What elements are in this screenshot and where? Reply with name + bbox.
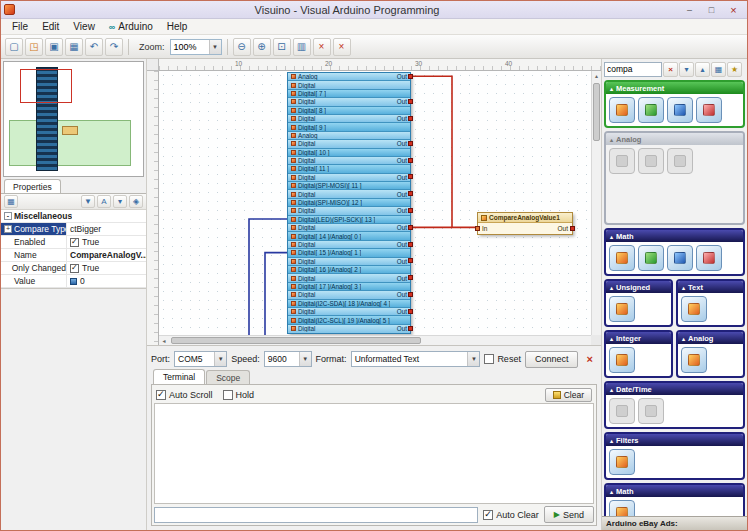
property-settings-icon[interactable]: ◈	[129, 195, 143, 208]
hold-checkbox-box[interactable]	[223, 390, 233, 400]
out-pin-connector[interactable]	[408, 275, 413, 280]
property-row-value[interactable]: Value0	[1, 275, 146, 288]
pin-channel-header[interactable]: Digital[ 11 ]	[288, 165, 410, 173]
minimize-button[interactable]: –	[679, 3, 700, 17]
save-project-icon[interactable]: ▣	[45, 38, 63, 56]
out-pin-connector[interactable]	[408, 116, 413, 121]
category-header[interactable]: ▴Analog	[606, 133, 743, 145]
property-value[interactable]: ctBigger	[67, 223, 146, 235]
category-panel-math[interactable]: ▴Math	[604, 228, 745, 276]
category-panel-analog[interactable]: ▴Analog	[604, 131, 745, 225]
pin-row[interactable]: Digital	[288, 81, 410, 89]
category-panel-date-time[interactable]: ▴Date/Time	[604, 381, 745, 429]
print-icon[interactable]: ▥	[293, 38, 311, 56]
view-mode-icon[interactable]: ▦	[711, 62, 726, 77]
out-pin-connector[interactable]	[408, 258, 413, 263]
compare-component-icon[interactable]	[681, 296, 707, 322]
category-header[interactable]: ▴Math	[606, 485, 743, 497]
out-pin-connector[interactable]	[408, 174, 413, 179]
canvas-vertical-scrollbar[interactable]: ▲	[591, 71, 601, 335]
component-search-input[interactable]	[604, 62, 662, 77]
zoom-out-icon[interactable]: ⊖	[233, 38, 251, 56]
menu-item-edit[interactable]: Edit	[35, 20, 66, 33]
category-header[interactable]: ▴Integer	[606, 332, 671, 344]
sort-alpha-icon[interactable]: A	[97, 195, 111, 208]
out-pin-connector[interactable]	[408, 208, 413, 213]
categorized-view-icon[interactable]: ▦	[4, 195, 18, 208]
category-panel-math[interactable]: ▴Math	[604, 483, 745, 516]
pin-row[interactable]: DigitalOut	[288, 258, 410, 266]
expand-icon[interactable]: +	[4, 225, 12, 233]
menu-item-help[interactable]: Help	[160, 20, 195, 33]
out-pin-connector[interactable]	[408, 158, 413, 163]
property-value[interactable]: CompareAnalogV...	[67, 249, 146, 261]
compare-component-icon[interactable]	[681, 347, 707, 373]
menu-item-view[interactable]: View	[66, 20, 102, 33]
out-pin-connector[interactable]	[408, 191, 413, 196]
property-row-only-changed[interactable]: Only ChangedTrue	[1, 262, 146, 275]
port-select[interactable]: COM5 ▼	[174, 351, 227, 367]
new-project-icon[interactable]: ▢	[5, 38, 23, 56]
pin-row[interactable]: DigitalOut	[288, 140, 410, 148]
open-project-icon[interactable]: ◳	[25, 38, 43, 56]
auto-clear-checkbox-box[interactable]	[483, 510, 493, 520]
clear-search-icon[interactable]: ×	[663, 62, 678, 77]
compare-component-icon[interactable]	[609, 296, 635, 322]
collapse-categories-icon[interactable]: ▴	[695, 62, 710, 77]
close-panel-icon[interactable]: ×	[582, 351, 597, 367]
chevron-down-icon[interactable]: ▼	[209, 40, 221, 54]
scroll-up-icon[interactable]: ▲	[592, 71, 601, 81]
auto-scroll-checkbox-box[interactable]	[156, 390, 166, 400]
compare-component-icon[interactable]	[638, 97, 664, 123]
pin-channel-header[interactable]: Digital(LED)(SPI-SCK)[ 13 ]	[288, 216, 410, 224]
category-header[interactable]: ▴Text	[678, 281, 743, 293]
pin-row[interactable]: AnalogOut	[288, 73, 410, 81]
format-select[interactable]: Unformatted Text ▼	[351, 351, 481, 367]
pin-channel-header[interactable]: Digital(I2C-SDA)[ 18 ]/Analog[ 4 ]	[288, 300, 410, 308]
chevron-down-icon[interactable]: ▼	[467, 352, 479, 366]
out-pin-connector[interactable]	[570, 226, 575, 231]
category-panel-text[interactable]: ▴Text	[676, 279, 745, 327]
pin-channel-header[interactable]: Digital[ 14 ]/Analog[ 0 ]	[288, 232, 410, 240]
overview-map[interactable]	[3, 61, 144, 177]
expand-all-icon[interactable]: ▾	[113, 195, 127, 208]
vertical-scroll-thumb[interactable]	[593, 83, 600, 141]
compare-block-header[interactable]: CompareAnalogValue1	[478, 213, 572, 223]
compare-component-icon[interactable]	[609, 347, 635, 373]
chevron-down-icon[interactable]: ▼	[214, 352, 226, 366]
category-header[interactable]: ▴Math	[606, 230, 743, 242]
tab-terminal[interactable]: Terminal	[153, 369, 205, 384]
blue-wire[interactable]	[249, 219, 287, 335]
pin-channel-header[interactable]: Digital(SPI-MISO)[ 12 ]	[288, 199, 410, 207]
close-sketch-icon[interactable]: ×	[333, 38, 351, 56]
tab-scope[interactable]: Scope	[206, 370, 250, 384]
expand-categories-icon[interactable]: ▾	[679, 62, 694, 77]
out-pin-connector[interactable]	[408, 141, 413, 146]
category-header[interactable]: ▴Measurement	[606, 82, 743, 94]
hold-checkbox[interactable]: Hold	[223, 390, 255, 400]
category-panel-analog[interactable]: ▴Analog	[676, 330, 745, 378]
compare-component-icon[interactable]	[696, 245, 722, 271]
close-button[interactable]: ×	[723, 3, 744, 17]
category-header[interactable]: ▴Unsigned	[606, 281, 671, 293]
property-row-enabled[interactable]: EnabledTrue	[1, 236, 146, 249]
reset-checkbox-box[interactable]	[484, 354, 494, 364]
pin-channel-header[interactable]: Digital[ 15 ]/Analog[ 1 ]	[288, 249, 410, 257]
pin-row[interactable]: DigitalOut	[288, 174, 410, 182]
send-input[interactable]	[154, 507, 478, 523]
pin-row[interactable]: DigitalOut	[288, 190, 410, 198]
out-pin-connector[interactable]	[408, 225, 413, 230]
out-pin-connector[interactable]	[408, 74, 413, 79]
pin-row[interactable]: DigitalOut	[288, 207, 410, 215]
delete-icon[interactable]: ×	[313, 38, 331, 56]
pin-channel-header[interactable]: Digital(I2C-SCL)[ 19 ]/Analog[ 5 ]	[288, 316, 410, 324]
category-panel-measurement[interactable]: ▴Measurement	[604, 80, 745, 128]
category-header[interactable]: ▴Analog	[678, 332, 743, 344]
out-pin-connector[interactable]	[408, 242, 413, 247]
speed-select[interactable]: 9600 ▼	[264, 351, 312, 367]
pin-row[interactable]: DigitalOut	[288, 157, 410, 165]
in-pin-connector[interactable]	[475, 226, 480, 231]
property-row-compare-type[interactable]: +Compare TypectBigger	[1, 223, 146, 236]
pin-row[interactable]: DigitalOut	[288, 291, 410, 299]
pin-row[interactable]: DigitalOut	[288, 224, 410, 232]
